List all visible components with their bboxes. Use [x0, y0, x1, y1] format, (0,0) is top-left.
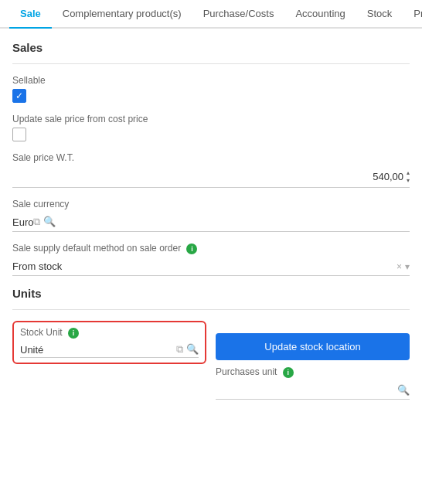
purchases-unit-label-text: Purchases unit: [216, 366, 277, 377]
tab-accounting[interactable]: Accounting: [284, 0, 356, 29]
search-icon[interactable]: 🔍: [43, 216, 56, 228]
sale-price-spinner[interactable]: ▴ ▾: [407, 169, 410, 184]
spinner-up-icon[interactable]: ▴: [407, 169, 410, 177]
dropdown-arrow-icon[interactable]: ▾: [405, 261, 410, 272]
units-row: Stock Unit i ⧉ 🔍 Update stock location P…: [12, 321, 410, 400]
sale-supply-label-text: Sale supply default method on sale order: [12, 243, 181, 254]
sale-price-input-row[interactable]: ▴ ▾: [12, 166, 410, 188]
sale-currency-value: Euro: [12, 216, 33, 228]
tab-sale[interactable]: Sale: [9, 0, 52, 29]
units-divider: [12, 309, 410, 310]
units-section-title: Units: [12, 287, 410, 300]
update-sale-price-row: [12, 128, 410, 141]
purchases-unit-label: Purchases unit i: [216, 366, 410, 378]
clear-icon[interactable]: ×: [396, 261, 402, 272]
sellable-checkmark: ✓: [15, 91, 23, 100]
sales-divider: [12, 63, 410, 64]
units-right: Update stock location Purchases unit i 🔍: [216, 321, 410, 400]
stock-unit-field: Stock Unit i ⧉ 🔍: [12, 321, 206, 364]
sales-section-title: Sales: [12, 41, 410, 54]
update-sale-price-label: Update sale price from cost price: [12, 114, 410, 124]
copy-icon[interactable]: ⧉: [33, 216, 40, 228]
stock-unit-copy-icon[interactable]: ⧉: [176, 343, 183, 356]
stock-unit-input[interactable]: [20, 344, 176, 356]
sale-supply-label: Sale supply default method on sale order…: [12, 243, 410, 254]
stock-unit-search-icon[interactable]: 🔍: [186, 343, 199, 356]
sale-currency-input-row: Euro ⧉ 🔍: [12, 213, 410, 232]
stock-unit-left: Stock Unit i ⧉ 🔍: [12, 321, 206, 364]
stock-unit-info-icon: i: [68, 328, 79, 339]
sale-price-input[interactable]: [12, 171, 403, 182]
stock-unit-label-text: Stock Unit: [20, 327, 63, 338]
sellable-checkbox[interactable]: ✓: [12, 89, 26, 103]
sale-currency-icons: ⧉ 🔍: [33, 216, 56, 228]
sale-supply-group: Sale supply default method on sale order…: [12, 243, 410, 276]
update-stock-location-button[interactable]: Update stock location: [216, 333, 410, 360]
tab-purchase-costs[interactable]: Purchase/Costs: [192, 0, 285, 29]
tab-stock[interactable]: Stock: [356, 0, 403, 29]
stock-unit-icons: ⧉ 🔍: [176, 343, 199, 356]
tab-complementary[interactable]: Complementary product(s): [52, 0, 192, 29]
purchases-unit-group: Purchases unit i 🔍: [216, 366, 410, 400]
sale-supply-controls: × ▾: [396, 261, 410, 272]
purchases-search-icon[interactable]: 🔍: [397, 384, 410, 396]
tab-bar: Sale Complementary product(s) Purchase/C…: [0, 0, 422, 29]
sale-supply-select-row[interactable]: From stock × ▾: [12, 257, 410, 276]
purchases-unit-input[interactable]: [216, 384, 397, 396]
spinner-down-icon[interactable]: ▾: [407, 177, 410, 185]
update-sale-price-checkbox[interactable]: [12, 128, 26, 141]
sale-supply-value: From stock: [12, 261, 396, 272]
stock-unit-label: Stock Unit i: [20, 327, 199, 339]
purchases-unit-input-row[interactable]: 🔍: [216, 381, 410, 400]
tab-pro[interactable]: Pro: [403, 0, 422, 29]
sale-currency-label: Sale currency: [12, 199, 410, 209]
sale-supply-info-icon: i: [186, 243, 197, 254]
sellable-label: Sellable: [12, 75, 410, 86]
sale-price-label: Sale price W.T.: [12, 152, 410, 163]
sale-currency-group: Sale currency Euro ⧉ 🔍: [12, 199, 410, 232]
purchases-unit-info-icon: i: [283, 367, 294, 378]
stock-unit-input-row[interactable]: ⧉ 🔍: [20, 342, 199, 358]
sellable-checkbox-row: ✓: [12, 89, 410, 103]
main-content: Sales Sellable ✓ Update sale price from …: [0, 29, 422, 423]
sale-price-group: Sale price W.T. ▴ ▾: [12, 152, 410, 188]
